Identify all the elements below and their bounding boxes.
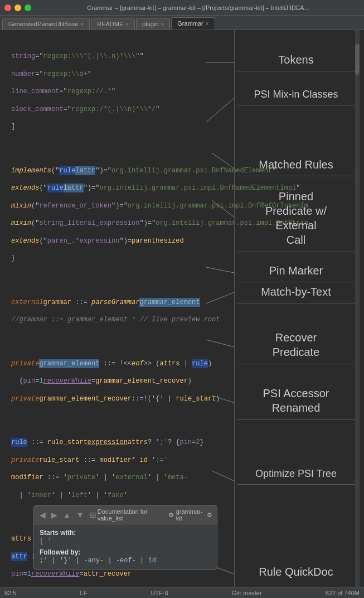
- tab-plugin[interactable]: plugin ×: [136, 18, 170, 30]
- tab-grammar[interactable]: Grammar ×: [171, 17, 215, 30]
- tab-close-icon[interactable]: ×: [125, 21, 129, 27]
- line-ending: LF: [80, 590, 88, 596]
- kit-icon: ⚙: [168, 512, 174, 519]
- tab-close-icon[interactable]: ×: [161, 21, 164, 27]
- tab-close-icon[interactable]: ×: [80, 21, 84, 27]
- annotations-panel: Tokens PSI Mix-in Classes Matched Rules …: [234, 30, 360, 598]
- followed-by-section: Followed by: ;' | '}' | -any- | -eof- | …: [40, 548, 211, 565]
- tab-readme[interactable]: README ×: [91, 18, 135, 30]
- title-bar: Grammar – [grammar-kit] – grammar-kit – …: [0, 0, 364, 16]
- window-controls: [4, 4, 31, 11]
- nav-back-button[interactable]: ◀: [38, 510, 47, 519]
- annotation-match-by-text: Match-by-Text: [237, 286, 355, 303]
- tab-label: README: [97, 21, 123, 27]
- nav-up-button[interactable]: ▲: [62, 510, 72, 519]
- tooltip-body: Starts with: [ ' Followed by: ;' | '}' |…: [34, 524, 217, 569]
- kit-name: grammar-kit: [176, 508, 205, 522]
- starts-with-label: Starts with:: [40, 529, 76, 537]
- tab-label: Grammar: [177, 20, 203, 27]
- status-bar: 82:5 LF UTF-8 Git: master 622 of 740M: [0, 587, 364, 598]
- tab-generated-parser[interactable]: GeneratedParserUtilBase ×: [2, 18, 90, 30]
- tooltip-kit-label: ⚙ grammar-kit ⚙: [168, 508, 212, 522]
- line-info: 622 of 740M: [326, 590, 360, 596]
- annotation-recover-predicate: RecoverPredicate: [237, 330, 355, 364]
- annotation-psi-mixin: PSI Mix-in Classes: [237, 89, 355, 105]
- annotation-pinned-predicate: PinnedPredicate w/ExternalCall: [237, 189, 355, 252]
- documentation-popup: ◀ ▶ ▲ ▼ ⊞ Documentation for value_list ⚙…: [33, 505, 217, 570]
- annotation-rule-quickdoc: Rule QuickDoc: [237, 566, 355, 578]
- minimize-button[interactable]: [14, 4, 21, 11]
- annotation-psi-accessor: PSI AccessorRenamed: [237, 386, 355, 420]
- maximize-button[interactable]: [25, 4, 31, 11]
- annotation-tokens: Tokens: [237, 54, 355, 71]
- scrollbar-track[interactable]: [355, 30, 360, 598]
- tooltip-header: ◀ ▶ ▲ ▼ ⊞ Documentation for value_list ⚙…: [34, 506, 217, 524]
- tab-label: plugin: [142, 21, 158, 27]
- tab-label: GeneratedParserUtilBase: [8, 21, 78, 27]
- tab-close-icon[interactable]: ×: [206, 21, 209, 27]
- followed-by-label: Followed by:: [40, 548, 80, 556]
- annotation-pin-marker: Pin Marker: [237, 264, 355, 282]
- nav-ext-button[interactable]: ⊞: [89, 510, 98, 519]
- git-branch: Git: master: [232, 590, 262, 596]
- close-button[interactable]: [4, 4, 11, 11]
- annotation-optimize-psi: Optimize PSI Tree: [237, 468, 355, 485]
- tooltip-title: Documentation for value_list: [98, 508, 168, 522]
- window-title: Grammar – [grammar-kit] – grammar-kit – …: [37, 4, 360, 11]
- starts-with-section: Starts with: [ ': [40, 529, 211, 545]
- nav-fwd-button[interactable]: ▶: [50, 510, 59, 519]
- scrollbar-thumb[interactable]: [355, 44, 360, 75]
- followed-by-value: ;' | '}' | -any- | -eof- | id: [40, 557, 156, 565]
- tab-bar: GeneratedParserUtilBase × README × plugi…: [0, 16, 364, 30]
- encoding: UTF-8: [151, 590, 168, 596]
- cursor-position: 82:5: [4, 590, 16, 596]
- nav-down-button[interactable]: ▼: [75, 510, 85, 519]
- tooltip-settings-icon[interactable]: ⚙: [207, 512, 212, 519]
- starts-with-value: [ ': [40, 537, 52, 545]
- tooltip-nav-controls: ◀ ▶ ▲ ▼ ⊞: [38, 510, 98, 519]
- annotation-matched-rules: Matched Rules: [237, 158, 355, 176]
